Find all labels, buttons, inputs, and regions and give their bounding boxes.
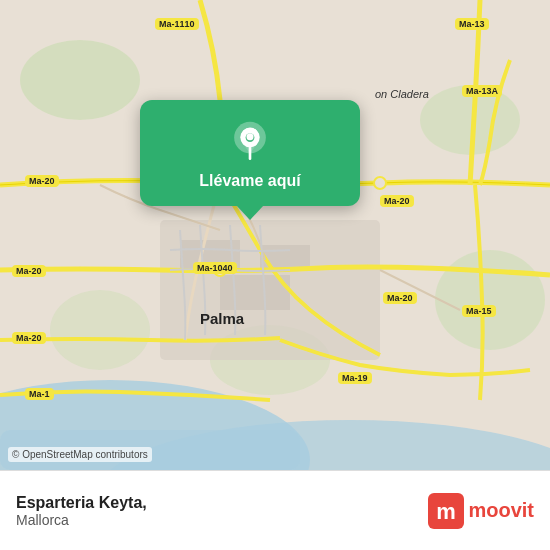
moovit-logo[interactable]: m moovit: [428, 493, 534, 529]
svg-point-20: [246, 133, 253, 140]
road-badge-ma15: Ma-15: [462, 305, 496, 317]
svg-rect-11: [260, 245, 310, 270]
road-badge-ma1: Ma-1: [25, 388, 54, 400]
map-background: [0, 0, 550, 470]
moovit-icon: m: [428, 493, 464, 529]
road-badge-ma1040: Ma-1040: [193, 262, 237, 274]
road-badge-ma1110-top: Ma-1110: [155, 18, 199, 30]
location-name: Esparteria Keyta,: [16, 494, 147, 512]
palma-label: Palma: [200, 310, 244, 327]
road-badge-ma20-left2: Ma-20: [12, 265, 46, 277]
svg-point-15: [374, 177, 386, 189]
road-badge-ma19: Ma-19: [338, 372, 372, 384]
road-badge-ma20-left3: Ma-20: [12, 332, 46, 344]
moovit-text: moovit: [468, 499, 534, 522]
svg-point-4: [50, 290, 150, 370]
on-cladera-label: on Cladera: [375, 88, 429, 100]
road-badge-ma20-right1: Ma-20: [380, 195, 414, 207]
map-popup[interactable]: Llévame aquí: [140, 100, 360, 206]
popup-label: Llévame aquí: [199, 172, 300, 190]
map-attribution: © OpenStreetMap contributors: [8, 447, 152, 462]
road-badge-ma20-right2: Ma-20: [383, 292, 417, 304]
map-container: Ma-1110 Ma-13 Ma-13A Ma-1110 Ma-20 Ma-20…: [0, 0, 550, 470]
bottom-bar: Esparteria Keyta, Mallorca m moovit: [0, 470, 550, 550]
svg-point-1: [20, 40, 140, 120]
popup-pin-icon: [228, 120, 272, 164]
road-badge-ma13-top: Ma-13: [455, 18, 489, 30]
location-info: Esparteria Keyta, Mallorca: [16, 494, 147, 528]
svg-text:m: m: [437, 499, 457, 524]
location-region: Mallorca: [16, 512, 147, 528]
road-badge-ma20-left1: Ma-20: [25, 175, 59, 187]
road-badge-ma13a: Ma-13A: [462, 85, 502, 97]
svg-point-3: [435, 250, 545, 350]
